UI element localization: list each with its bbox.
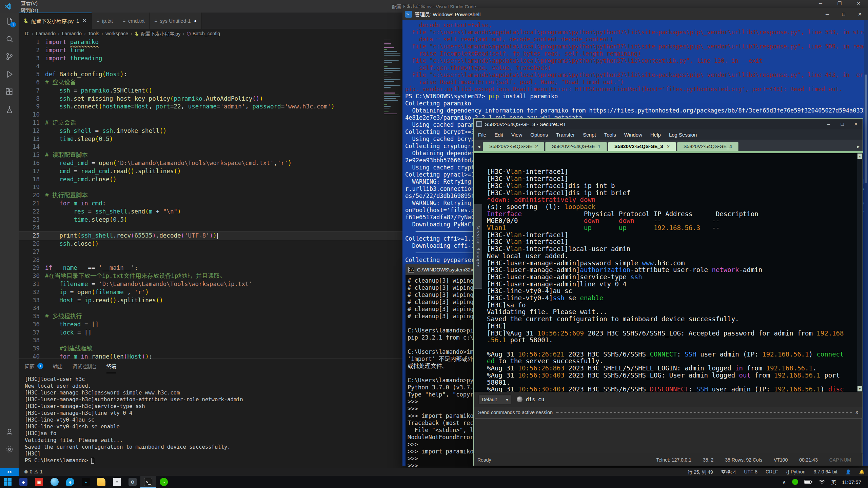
code-line-7[interactable]: 7 ssh = paramiko.SSHClient() (19, 87, 402, 95)
editor-tab-3[interactable]: ≡sys Untitled-1● (150, 13, 202, 29)
vscode-taskbar-icon[interactable]: ⌁ (78, 476, 94, 488)
panel-tab-输出[interactable]: 输出 (53, 359, 63, 373)
notifications-bell-icon[interactable]: 🔔 (859, 469, 865, 474)
battery-icon[interactable] (804, 480, 812, 484)
problems-status[interactable]: ⊗0 ⚠1 (24, 469, 43, 474)
code-line-24[interactable]: 24 (19, 224, 402, 232)
code-line-3[interactable]: 3import threading (19, 55, 402, 63)
code-line-27[interactable]: 27 (19, 248, 402, 256)
saved-command[interactable]: dis cu (526, 396, 544, 403)
minimap[interactable] (384, 40, 401, 115)
editor-tab-2[interactable]: ≡cmd.txt (118, 13, 150, 29)
powershell-close-button[interactable]: ✕ (852, 12, 868, 17)
code-line-16[interactable]: 16 read_cmd = open('D:\Lamando\Lamando\T… (19, 159, 402, 167)
panel-tab-调试控制台[interactable]: 调试控制台 (72, 359, 97, 373)
crt-menu-help[interactable]: Help (646, 132, 665, 138)
send-bar-close-icon[interactable]: X (855, 410, 859, 415)
input-language-indicator[interactable]: 英 (831, 479, 836, 485)
securecrt-minimize-button[interactable]: – (822, 121, 835, 127)
breadcrumb-item-2[interactable]: Lamando (62, 31, 82, 36)
code-line-9[interactable]: 9 ssh.connect(hostname=Host, port=22, us… (19, 103, 402, 111)
breadcrumb-item-5[interactable]: 配置下发小程序.py (141, 30, 180, 37)
securecrt-scrollbar[interactable]: ▲ ▼ (857, 153, 863, 392)
editor-tab-1[interactable]: ≡ip.txt (92, 13, 118, 29)
browser-icon[interactable] (47, 476, 62, 488)
taskbar-clock[interactable]: 11:07:57 (842, 479, 861, 485)
crt-menu-window[interactable]: Window (620, 132, 646, 138)
status-item-1[interactable]: 空格: 4 (721, 468, 736, 475)
code-line-8[interactable]: 8 ssh.set_missing_host_key_policy(parami… (19, 95, 402, 103)
code-line-23[interactable]: 23 time.sleep(0.5) (19, 216, 402, 224)
status-item-3[interactable]: CRLF (766, 469, 778, 474)
code-line-31[interactable]: 31 filename = 'D:\Lamando\Lamando\Tools\… (19, 280, 402, 288)
wechat-icon[interactable]: ·· (156, 476, 172, 488)
code-line-39[interactable]: 39 #创建线程锁 (19, 345, 402, 353)
code-line-28[interactable]: 28 (19, 256, 402, 264)
code-line-37[interactable]: 37 lock = [] (19, 329, 402, 337)
remote-indicator[interactable]: >< (0, 468, 19, 476)
taskbar-app-1[interactable]: ◆ (16, 476, 31, 488)
run-debug-icon[interactable] (0, 65, 19, 83)
code-line-15[interactable]: 15# 读取配置脚本 (19, 151, 402, 159)
editor-tab-0[interactable]: 🐍配置下发小程序.py1✕ (19, 13, 92, 29)
notepad-icon[interactable]: ≡ (109, 476, 125, 488)
panel-tab-问题[interactable]: 问题1 (25, 359, 43, 373)
breadcrumb-item-6[interactable]: Batch_config (193, 31, 220, 36)
source-control-icon[interactable] (0, 48, 19, 65)
scroll-up-icon[interactable]: ▲ (857, 154, 862, 159)
taskbar-app-2[interactable]: ▣ (31, 476, 47, 488)
code-line-40[interactable]: 40 for m in range(len(Host)): (19, 353, 402, 359)
settings-gear-icon[interactable] (0, 441, 19, 458)
wifi-icon[interactable] (818, 479, 825, 485)
code-line-25[interactable]: 25 print(ssh_shell.recv(65535).decode('U… (19, 232, 402, 240)
start-button[interactable] (0, 476, 16, 488)
code-line-33[interactable]: 33 Host = ip.read().splitlines() (19, 297, 402, 305)
search-icon[interactable] (0, 30, 19, 48)
code-line-2[interactable]: 2import time (19, 46, 402, 55)
tab-dirty-icon[interactable]: ● (194, 18, 197, 23)
code-line-13[interactable]: 13 time.sleep(0.5) (19, 135, 402, 143)
crt-menu-edit[interactable]: Edit (490, 132, 507, 138)
code-line-5[interactable]: 5def Batch_config(Host): (19, 70, 402, 79)
powershell-minimize-button[interactable]: ─ (819, 12, 835, 17)
securecrt-titlebar[interactable]: S5820V2-54QS-GE_3 - SecureCRT – □ ✕ (474, 119, 863, 129)
testing-icon[interactable] (0, 101, 19, 118)
crt-session-tab-0[interactable]: S5820V2-54QS-GE_2 (483, 142, 544, 151)
show-desktop-button[interactable] (866, 476, 868, 488)
command-set-dropdown[interactable]: Default ▾ (479, 395, 511, 404)
crt-menu-file[interactable]: File (474, 132, 490, 138)
crt-menu-options[interactable]: Options (526, 132, 552, 138)
status-item-4[interactable]: {} Python (786, 469, 806, 474)
breadcrumb-item-3[interactable]: Tools (88, 31, 99, 36)
status-item-5[interactable]: 3.7.0 64-bit (813, 469, 837, 474)
tray-chevron-icon[interactable]: ∧ (782, 479, 786, 485)
menu-item-3[interactable]: 查看(V) (16, 0, 43, 6)
extensions-icon[interactable] (0, 83, 19, 101)
code-line-21[interactable]: 21 for m in cmd: (19, 200, 402, 208)
crt-session-tab-1[interactable]: S5820V2-54QS-GE_1 (545, 142, 607, 151)
code-line-22[interactable]: 22 res = ssh_shell.send(m + "\n") (19, 208, 402, 216)
securecrt-close-button[interactable]: ✕ (849, 121, 863, 127)
code-line-26[interactable]: 26 ssh.close() (19, 240, 402, 248)
crt-tab-close-icon[interactable]: x (667, 144, 669, 149)
breadcrumb-item-1[interactable]: Lamando (36, 31, 56, 36)
command-button-sphere-icon[interactable] (517, 396, 522, 402)
crt-menu-script[interactable]: Script (579, 132, 600, 138)
securecrt-terminal[interactable]: [H3C-Vlan-interface1][H3C-Vlan-interface… (474, 153, 863, 392)
code-line-34[interactable]: 34 (19, 304, 402, 312)
integrated-terminal[interactable]: [H3C]local-user h3cNew local user added.… (19, 373, 402, 464)
powershell-scrollbar[interactable] (864, 20, 868, 466)
code-line-19[interactable]: 19 (19, 183, 402, 191)
crt-menu-tools[interactable]: Tools (600, 132, 620, 138)
status-account-icon[interactable]: 👤 (846, 469, 851, 474)
breadcrumb-item-0[interactable]: D: (25, 31, 29, 36)
code-line-35[interactable]: 35# 多线程执行 (19, 312, 402, 321)
code-line-18[interactable]: 18 read_cmd.close() (19, 176, 402, 184)
code-line-10[interactable]: 10 (19, 111, 402, 119)
crt-session-tab-2[interactable]: S5820V2-54QS-GE_3x (608, 142, 676, 151)
powershell-maximize-button[interactable]: □ (835, 12, 852, 17)
crt-menu-transfer[interactable]: Transfer (552, 132, 579, 138)
code-line-38[interactable]: 38 (19, 337, 402, 345)
code-line-29[interactable]: 29if __name__ == '__main__': (19, 264, 402, 272)
status-item-2[interactable]: UTF-8 (744, 469, 757, 474)
